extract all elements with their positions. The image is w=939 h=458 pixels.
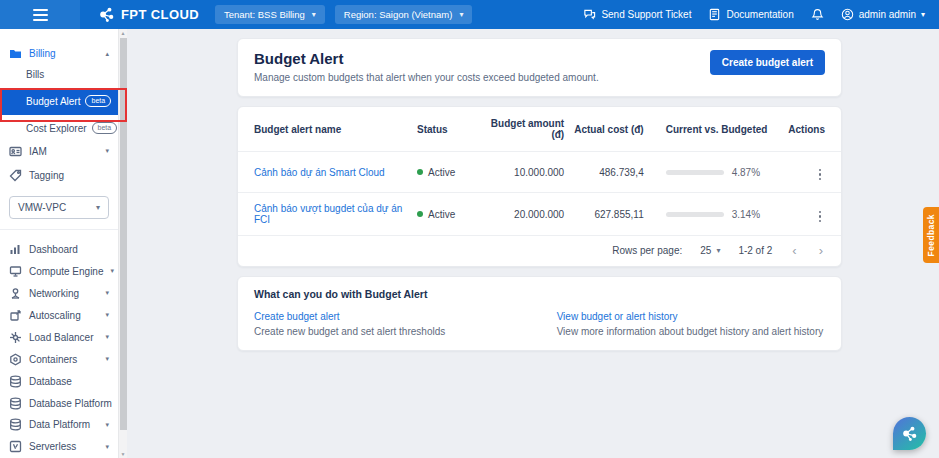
row-actions-kebab-icon[interactable] [815,167,826,183]
progress-bar: 4.87% [666,167,785,178]
tenant-selector[interactable]: Tenant: BSS Billing ▾ [215,5,325,24]
support-label: Send Support Ticket [601,9,691,20]
sidebar: Billing ▴ Bills Budget Alert beta Cost E… [0,29,118,458]
sidebar-item-compute-engine[interactable]: Compute Engine ▾ [0,260,118,282]
info-item: View budget or alert history View more i… [557,311,825,337]
sidebar-item-containers[interactable]: Containers ▾ [0,348,118,370]
chevron-down-icon: ▾ [921,10,925,19]
vpc-selector[interactable]: VMW-VPC ▾ [9,196,109,219]
actual-cost: 627.855,11 [564,209,644,220]
database-icon [9,418,22,431]
budget-amount: 10.000.000 [481,167,565,178]
table-header-row: Budget alert name Status Budget amount (… [238,107,841,152]
sidebar-item-networking[interactable]: Networking ▾ [0,282,118,304]
view-budget-history-link[interactable]: View budget or alert history [557,311,825,322]
sidebar-item-label: Budget Alert [26,96,80,107]
sidebar-item-serverless[interactable]: Serverless ▾ [0,436,118,458]
prev-page-icon[interactable]: ‹ [790,246,798,256]
chevron-down-icon: ▾ [105,147,109,155]
sidebar-item-label: Networking [29,288,79,299]
scroll-up-icon[interactable]: ▲ [119,29,127,37]
sidebar-divider [0,229,118,230]
table-pagination: Rows per page: 25 ▾ 1-2 of 2 ‹ › [238,236,841,266]
vpc-selected-value: VMW-VPC [18,202,66,213]
table-row: Cảnh báo dự án Smart Cloud Active 10.000… [238,152,841,193]
sidebar-item-database-platform[interactable]: Database Platform ▾ [0,392,118,414]
sidebar-item-label: Compute Engine [29,266,104,277]
create-budget-alert-button[interactable]: Create budget alert [710,50,825,75]
sidebar-item-dashboard[interactable]: Dashboard [0,238,118,260]
info-card-title: What can you do with Budget Alert [254,288,825,300]
beta-badge: beta [85,95,111,107]
feedback-label: Feedback [926,214,936,256]
id-badge-icon [9,145,22,158]
sidebar-item-label: Serverless [29,441,76,452]
documentation-label: Documentation [726,9,793,20]
sidebar-item-budget-alert[interactable]: Budget Alert beta [0,88,118,115]
budget-alert-link[interactable]: Cảnh báo dự án Smart Cloud [254,167,385,178]
folder-icon [9,47,22,60]
user-menu[interactable]: admin admin ▾ [841,8,925,21]
sidebar-item-tagging[interactable]: Tagging [0,164,118,189]
sidebar-scrollbar[interactable]: ▲ ▼ [118,29,127,458]
sidebar-item-billing[interactable]: Billing ▴ [0,43,118,64]
rows-per-page-selector[interactable]: 25 ▾ [700,245,720,256]
chevron-down-icon: ▾ [312,10,316,19]
sidebar-item-label: Database [29,376,72,387]
load-balancer-icon [9,331,22,344]
info-item-desc: View more information about budget histo… [557,326,825,337]
status-badge: Active [417,167,481,178]
autoscaling-icon [9,309,22,322]
info-item: Create budget alert Create new budget an… [254,311,557,337]
assistant-chat-fab[interactable] [893,417,926,450]
rows-per-page-value: 25 [700,245,711,256]
scroll-down-icon[interactable]: ▼ [119,450,127,458]
database-icon [9,375,22,388]
page-header-text: Budget Alert Manage custom budgets that … [254,50,599,83]
progress-percent: 4.87% [732,167,760,178]
sidebar-item-cost-explorer[interactable]: Cost Explorer beta [0,118,118,139]
scrollbar-thumb[interactable] [120,38,127,430]
tag-icon [9,169,22,182]
sidebar-item-label: Autoscaling [29,310,81,321]
create-budget-alert-link[interactable]: Create budget alert [254,311,557,322]
sidebar-item-iam[interactable]: IAM ▾ [0,139,118,164]
region-selector[interactable]: Region: Saigon (Vietnam) ▾ [335,5,473,24]
database-icon [9,397,22,410]
support-chat-icon [583,8,596,21]
col-header-actual: Actual cost (đ) [564,124,644,135]
status-label: Active [428,167,455,178]
sidebar-item-label: Dashboard [29,244,78,255]
send-support-ticket-button[interactable]: Send Support Ticket [583,8,691,21]
hamburger-menu-button[interactable] [0,0,80,29]
progress-bar: 3.14% [666,209,785,220]
feedback-tab[interactable]: Feedback [923,207,939,263]
notification-bell-icon[interactable] [811,8,824,21]
progress-track [666,212,724,217]
actual-cost: 486.739,4 [564,167,644,178]
budget-alert-table-card: Budget alert name Status Budget amount (… [237,106,842,267]
sidebar-item-bills[interactable]: Bills [0,64,118,85]
budget-alert-link[interactable]: Cảnh báo vượt bugdet của dự án FCI [254,203,402,225]
chevron-down-icon: ▾ [105,289,109,297]
sidebar-item-data-platform[interactable]: Data Platform ▾ [0,414,118,436]
documentation-button[interactable]: Documentation [708,8,793,21]
main-area: Budget Alert Manage custom budgets that … [127,29,939,458]
bar-chart-icon [9,243,22,256]
col-header-budget: Budget amount (đ) [481,118,565,140]
chevron-down-icon: ▾ [105,333,109,341]
fpt-molecule-icon [98,6,115,23]
next-page-icon[interactable]: › [817,246,825,256]
chevron-down-icon: ▾ [111,267,115,275]
chevron-up-icon: ▴ [105,50,109,58]
row-actions-kebab-icon[interactable] [815,209,826,225]
sidebar-item-load-balancer[interactable]: Load Balancer ▾ [0,326,118,348]
sidebar-item-label: Billing [29,48,56,59]
status-label: Active [428,209,455,220]
monitor-icon [9,265,22,278]
sidebar-item-database[interactable]: Database [0,370,118,392]
col-header-actions: Actions [785,124,825,135]
col-header-status: Status [417,124,481,135]
topbar: FPT CLOUD Tenant: BSS Billing ▾ Region: … [0,0,939,29]
sidebar-item-autoscaling[interactable]: Autoscaling ▾ [0,304,118,326]
